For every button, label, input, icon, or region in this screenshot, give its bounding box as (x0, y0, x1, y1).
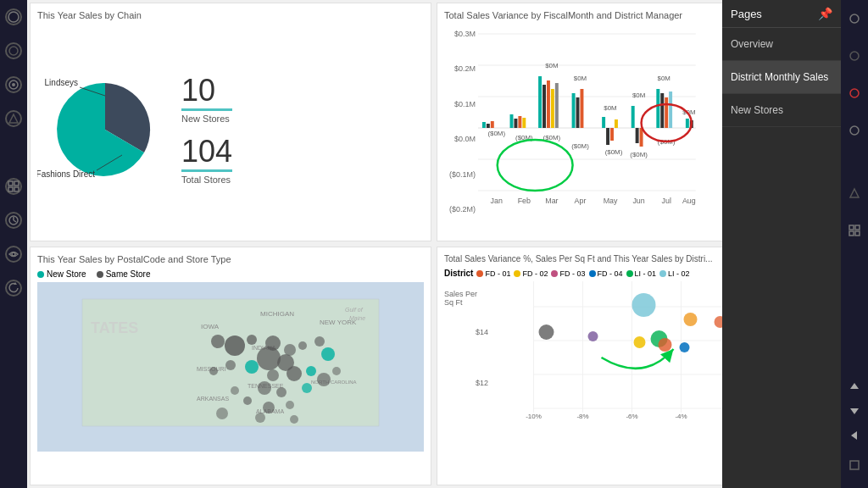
bar-chart-svg: ($0M) ($0M) $0M ($0 (478, 25, 746, 212)
y-label-1: $0.3M (444, 30, 476, 38)
svg-point-107 (263, 402, 275, 413)
dist-label-li02: LI - 02 (668, 269, 690, 278)
svg-line-11 (14, 220, 16, 222)
pie-chart-panel: This Year Sales by Chain Lindseys Fashio… (30, 3, 431, 241)
y-label-sales-per-sqft: Sales Per Sq Ft (444, 290, 488, 307)
pin-icon[interactable]: 📌 (818, 7, 832, 20)
left-sidebar-icon-1[interactable] (5, 8, 22, 25)
svg-point-133 (539, 324, 554, 340)
map-svg: TATES IOWA MICHIGAN NEW YORK INDIANA MIS… (37, 282, 424, 452)
nav-left-icon[interactable] (844, 425, 865, 446)
map-legend: New Store Same Store (37, 269, 424, 279)
nav-down-icon[interactable] (844, 401, 865, 421)
svg-rect-56 (656, 89, 659, 128)
svg-point-111 (317, 373, 331, 386)
nav-up-icon[interactable] (844, 376, 865, 396)
right-sidebar-icon-4[interactable] (844, 120, 865, 141)
svg-text:-8%: -8% (576, 413, 588, 420)
svg-point-103 (306, 366, 316, 376)
svg-point-102 (287, 366, 302, 381)
left-sidebar-icon-3[interactable] (5, 76, 22, 93)
left-sidebar-icon-2[interactable] (5, 42, 22, 59)
new-stores-stat: 10 New Stores (181, 75, 232, 124)
svg-rect-29 (514, 119, 517, 128)
svg-point-90 (247, 335, 257, 345)
page-label-district: District Monthly Sales (731, 71, 828, 83)
svg-text:IOWA: IOWA (201, 323, 220, 330)
dist-label-li01: LI - 01 (635, 269, 657, 278)
nav-pages-icon[interactable] (844, 455, 865, 475)
new-stores-label: New Stores (181, 114, 232, 124)
same-store-label: Same Store (106, 269, 151, 279)
svg-text:-10%: -10% (526, 413, 542, 420)
svg-rect-45 (602, 117, 605, 128)
page-item-overview[interactable]: Overview (722, 28, 841, 61)
dist-fd01: FD - 01 (476, 269, 510, 278)
y-label-4: $0.0M (444, 135, 476, 143)
svg-rect-148 (855, 231, 860, 236)
svg-rect-24 (482, 122, 486, 128)
new-stores-number: 10 (181, 75, 232, 106)
y-label-2: $0.2M (444, 64, 476, 73)
svg-rect-25 (487, 124, 490, 128)
svg-rect-8 (14, 187, 19, 191)
svg-point-104 (258, 381, 271, 395)
page-label-overview: Overview (731, 38, 773, 50)
svg-rect-48 (615, 119, 618, 128)
svg-point-140 (850, 14, 859, 23)
svg-rect-46 (606, 128, 609, 145)
dist-label-fd03: FD - 03 (559, 269, 585, 278)
svg-point-88 (211, 335, 225, 348)
svg-rect-31 (522, 118, 526, 128)
svg-rect-30 (518, 116, 521, 128)
page-item-district-monthly[interactable]: District Monthly Sales (722, 61, 841, 94)
main-container: This Year Sales by Chain Lindseys Fashio… (0, 0, 868, 488)
dist-li01: LI - 01 (626, 269, 657, 278)
new-stores-line (181, 108, 232, 111)
svg-text:TATES: TATES (91, 319, 138, 336)
y-label-6: ($0.2M) (444, 205, 476, 214)
left-sidebar-icon-8[interactable] (5, 280, 22, 297)
pie-stats: 10 New Stores 104 Total Stores (181, 75, 232, 185)
total-stores-stat: 104 Total Stores (181, 136, 232, 185)
y-label-3: $0.1M (444, 100, 476, 108)
svg-point-132 (684, 313, 698, 326)
right-sidebar-icon-2[interactable] (844, 46, 865, 66)
right-sidebar-icon-6[interactable] (844, 220, 865, 241)
svg-rect-146 (855, 225, 860, 230)
left-sidebar-icon-6[interactable] (5, 212, 22, 229)
page-item-new-stores[interactable]: New Stores (722, 94, 841, 127)
svg-point-109 (231, 386, 239, 395)
total-stores-line (181, 169, 232, 172)
left-sidebar-icon-5[interactable] (5, 178, 22, 195)
svg-rect-26 (491, 121, 494, 128)
svg-text:($0M): ($0M) (571, 142, 589, 150)
svg-text:Aug: Aug (682, 197, 696, 205)
pie-panel-title: This Year Sales by Chain (37, 10, 424, 20)
same-store-dot (97, 271, 103, 278)
svg-text:May: May (604, 197, 618, 205)
svg-point-3 (12, 83, 15, 86)
new-store-label: New Store (47, 269, 86, 279)
pages-title: Pages (731, 8, 762, 20)
right-sidebar-icon-3[interactable] (844, 83, 865, 103)
right-sidebar-icon-5[interactable] (844, 183, 865, 203)
svg-text:$0M: $0M (604, 104, 616, 112)
svg-point-135 (634, 336, 646, 348)
right-sidebar-icon-1[interactable] (844, 8, 865, 29)
pie-svg: Lindseys Fashions Direct (37, 70, 173, 189)
svg-marker-151 (851, 431, 857, 440)
svg-point-110 (302, 383, 312, 393)
content-area: This Year Sales by Chain Lindseys Fashio… (27, 0, 841, 488)
left-sidebar-icon-7[interactable] (5, 246, 22, 263)
svg-point-141 (850, 52, 859, 60)
left-sidebar-icon-4[interactable] (5, 110, 22, 127)
svg-text:Lindseys: Lindseys (45, 78, 78, 87)
district-label: District (444, 269, 473, 278)
svg-point-143 (850, 126, 859, 135)
svg-point-115 (216, 408, 228, 419)
svg-text:ARKANSAS: ARKANSAS (197, 396, 229, 402)
svg-point-73 (498, 140, 573, 191)
svg-rect-42 (580, 89, 583, 128)
svg-rect-33 (538, 76, 542, 128)
